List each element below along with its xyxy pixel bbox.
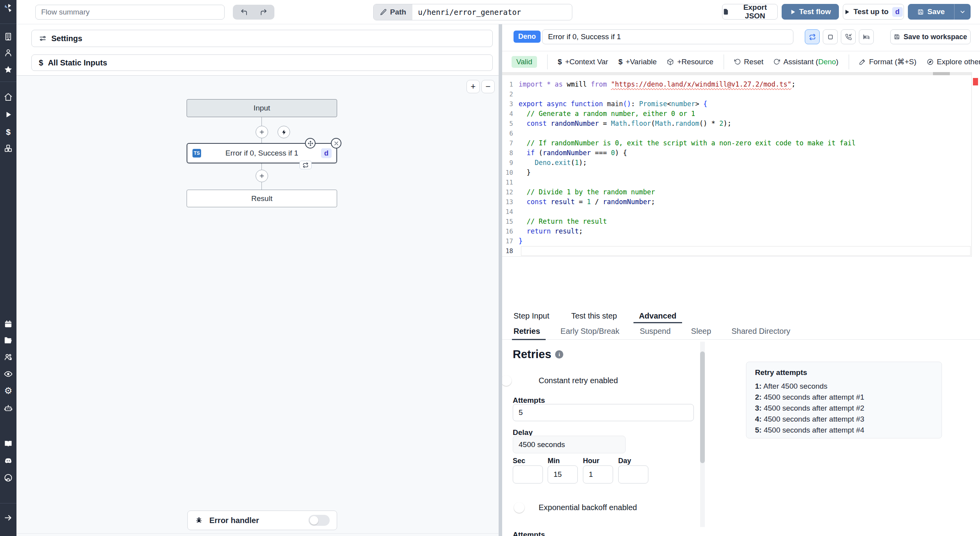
user-icon[interactable]: [4, 48, 13, 57]
code-line[interactable]: 3export async function main(): Promise<n…: [502, 99, 971, 109]
code-line[interactable]: 13 const result = 1 / randomNumber;: [502, 197, 971, 207]
export-json-button[interactable]: Export JSON: [722, 4, 778, 20]
subtab-shared-directory[interactable]: Shared Directory: [731, 323, 790, 340]
assistant-button[interactable]: Assistant (Deno): [773, 58, 838, 66]
code-line[interactable]: 10 }: [502, 168, 971, 177]
add-step-button[interactable]: [256, 170, 268, 182]
step-title-input[interactable]: [542, 29, 793, 44]
github-icon[interactable]: [4, 473, 13, 482]
discord-icon[interactable]: [4, 456, 13, 465]
code-line[interactable]: 16 return result;: [502, 226, 971, 236]
redo-button[interactable]: [255, 6, 272, 18]
resources-boxes-icon[interactable]: [4, 144, 13, 153]
code-line[interactable]: 9 Deno.exit(1);: [502, 158, 971, 168]
code-line[interactable]: 7 // If randomNumber is 0, exit the scri…: [502, 138, 971, 148]
settings-button[interactable]: Settings: [31, 30, 493, 47]
add-variable-button[interactable]: $+Variable: [618, 58, 657, 66]
export-file-icon: [722, 8, 729, 15]
save-to-workspace-button[interactable]: Save to workspace: [890, 29, 971, 44]
retry-attempt-item: 2: 4500 seconds after attempt #1: [755, 392, 933, 403]
day-input[interactable]: [618, 465, 648, 483]
subtab-retries[interactable]: Retries: [514, 323, 540, 340]
schedules-calendar-icon[interactable]: [4, 319, 13, 328]
min-input[interactable]: [548, 465, 578, 483]
assistant-label: Assistant (Deno): [783, 58, 838, 66]
settings-gear-icon[interactable]: ⚙: [4, 386, 13, 395]
move-step-handle[interactable]: [305, 138, 316, 148]
expand-sidebar-arrow-icon[interactable]: [4, 513, 13, 522]
info-icon[interactable]: i: [555, 350, 563, 359]
code-line[interactable]: 15 // Return the result: [502, 217, 971, 226]
code-line[interactable]: 17}: [502, 236, 971, 246]
editor-top-scrollbar[interactable]: [502, 72, 972, 75]
error-handler-box[interactable]: Error handler: [187, 511, 337, 530]
add-trigger-bolt-button[interactable]: [278, 126, 290, 138]
zoom-in-button[interactable]: +: [466, 80, 480, 93]
dollar-icon: $: [618, 58, 622, 66]
code-line[interactable]: 2: [502, 89, 971, 99]
step-editor-panel: Deno Save to workspace Valid $+Context V…: [502, 24, 980, 536]
add-step-button[interactable]: [256, 126, 268, 138]
code-editor[interactable]: 1import * as wmill from "https://deno.la…: [502, 75, 971, 257]
tab-advanced[interactable]: Advanced: [639, 309, 677, 323]
save-button[interactable]: Save: [908, 4, 954, 20]
sec-input[interactable]: [513, 465, 543, 483]
windmill-logo[interactable]: [3, 3, 13, 13]
step-node-title: Error if 0, Success if 1: [225, 149, 298, 158]
error-handler-toggle[interactable]: [309, 515, 330, 526]
attempts-input[interactable]: [513, 404, 694, 421]
sec-label: Sec: [513, 457, 525, 465]
delay-display-input[interactable]: [513, 436, 626, 453]
subtab-sleep[interactable]: Sleep: [691, 323, 711, 340]
code-line[interactable]: 6: [502, 129, 971, 138]
all-static-inputs-button[interactable]: $ All Static Inputs: [31, 54, 493, 71]
undo-button[interactable]: [235, 6, 252, 18]
home-icon[interactable]: [4, 92, 13, 101]
add-context-var-button[interactable]: $+Context Var: [558, 58, 608, 66]
test-flow-button[interactable]: Test flow: [782, 4, 839, 20]
delete-step-button[interactable]: [331, 138, 341, 148]
hour-input[interactable]: [583, 465, 613, 483]
workers-robot-icon[interactable]: [4, 404, 13, 413]
early-stop-quick-button[interactable]: [823, 29, 838, 44]
folders-icon[interactable]: [4, 336, 13, 345]
path-field[interactable]: Path u/henri/error_generator: [373, 4, 572, 20]
tab-step-input[interactable]: Step Input: [514, 309, 549, 323]
flow-input-node[interactable]: Input: [187, 99, 337, 117]
bed-icon: [863, 33, 870, 40]
variables-dollar-icon[interactable]: $: [6, 128, 11, 136]
subtab-suspend[interactable]: Suspend: [640, 323, 671, 340]
code-line[interactable]: 18: [502, 246, 971, 256]
zoom-out-button[interactable]: −: [481, 80, 495, 93]
code-line[interactable]: 12 // Divide 1 by the random number: [502, 187, 971, 197]
workspace-building-icon[interactable]: [4, 32, 13, 41]
runs-play-icon[interactable]: [4, 110, 13, 119]
explore-scripts-button[interactable]: Explore other s: [927, 58, 980, 66]
code-line[interactable]: 14: [502, 207, 971, 217]
format-button[interactable]: Format (⌘+S): [859, 57, 916, 66]
code-line[interactable]: 4 // Generate a random number, either 0 …: [502, 109, 971, 119]
audit-eye-icon[interactable]: [4, 369, 13, 378]
panel-resize-divider[interactable]: [499, 24, 502, 536]
code-line[interactable]: 1import * as wmill from "https://deno.la…: [502, 80, 971, 89]
sleep-quick-button[interactable]: [859, 29, 874, 44]
suspend-quick-button[interactable]: [841, 29, 856, 44]
favorites-star-icon[interactable]: [4, 65, 13, 74]
code-line[interactable]: 11: [502, 177, 971, 187]
code-line[interactable]: 8 if (randomNumber === 0) {: [502, 148, 971, 158]
retries-quick-toggle-button[interactable]: [805, 29, 820, 44]
groups-users-gear-icon[interactable]: [4, 353, 13, 362]
save-dropdown-button[interactable]: [954, 4, 971, 20]
add-resource-button[interactable]: +Resource: [667, 58, 713, 66]
flow-result-node[interactable]: Result: [187, 190, 337, 207]
code-line[interactable]: 5 const randomNumber = Math.floor(Math.r…: [502, 119, 971, 129]
test-up-to-button[interactable]: Test up to d: [843, 4, 904, 20]
flow-summary-input[interactable]: [35, 5, 225, 20]
form-scrollbar-thumb[interactable]: [700, 351, 705, 463]
tab-test-this-step[interactable]: Test this step: [571, 309, 617, 323]
flow-canvas[interactable]: + − Input TS Error if 0, Success if 1 d: [16, 75, 499, 536]
docs-book-icon[interactable]: [4, 439, 13, 448]
editor-top-scrollbar-thumb[interactable]: [933, 72, 950, 75]
subtab-early-stop[interactable]: Early Stop/Break: [561, 323, 619, 340]
reset-button[interactable]: Reset: [734, 58, 764, 66]
